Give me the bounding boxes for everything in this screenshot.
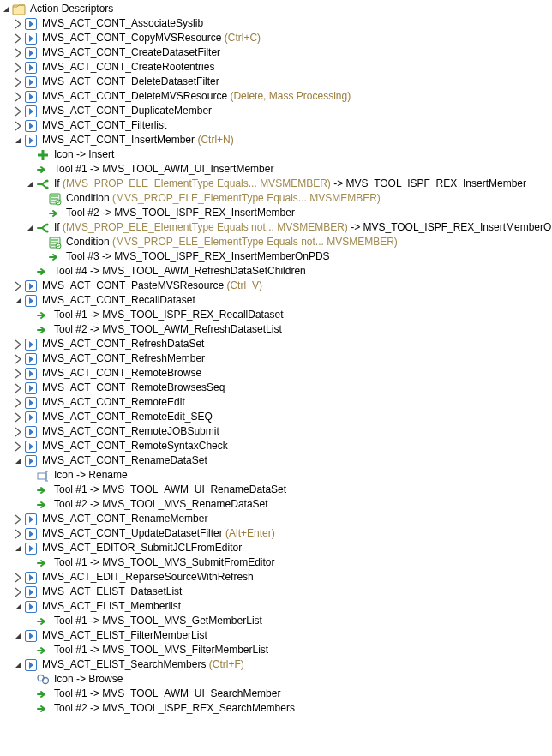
- expand-toggle[interactable]: [0, 3, 12, 15]
- expand-toggle[interactable]: [12, 339, 24, 351]
- tree-row[interactable]: MVS_ACT_CONT_RenameMember: [0, 512, 552, 526]
- tree-row[interactable]: MVS_ACT_ELIST_Memberlist: [0, 599, 552, 614]
- tree-row[interactable]: MVS_ACT_CONT_RemoteSyntaxCheck: [0, 439, 552, 453]
- expand-toggle[interactable]: [12, 47, 24, 59]
- tree-label: MVS_ACT_ELIST_Memberlist: [41, 599, 181, 614]
- tree-row[interactable]: MVS_ACT_EDIT_ReparseSourceWithRefresh: [0, 570, 552, 585]
- tree-row[interactable]: Tool #4 -> MVS_TOOL_AWM_RefreshDataSetCh…: [0, 264, 552, 279]
- tree-label: Tool #1 -> MVS_TOOL_AWM_UI_InsertMember: [53, 162, 273, 177]
- tree-row[interactable]: If (MVS_PROP_ELE_ElementType Equals not.…: [0, 220, 552, 235]
- tree-row[interactable]: MVS_ACT_CONT_RenameDataSet: [0, 453, 552, 468]
- action-icon: [24, 352, 38, 366]
- expand-toggle[interactable]: [12, 295, 24, 307]
- shortcut-hint: (Delete, Mass Processing): [230, 90, 351, 102]
- tree-row[interactable]: Icon -> Rename: [0, 468, 552, 483]
- expand-toggle[interactable]: [12, 397, 24, 409]
- tree-row[interactable]: Tool #2 -> MVS_TOOL_AWM_RefreshDatasetLi…: [0, 322, 552, 337]
- folder-icon: [12, 3, 26, 16]
- tree-row[interactable]: Tool #2 -> MVS_TOOL_MVS_RenameDataSet: [0, 497, 552, 512]
- tree-row[interactable]: MVS_ACT_CONT_PasteMVSResource (Ctrl+V): [0, 279, 552, 293]
- action-icon: [24, 440, 38, 453]
- expand-toggle[interactable]: [12, 280, 24, 292]
- expand-toggle[interactable]: [12, 382, 24, 394]
- tree-row[interactable]: MVS_ACT_CONT_Filterlist: [0, 118, 552, 133]
- tool-icon: [36, 265, 50, 279]
- tree-row[interactable]: Tool #2 -> MVS_TOOL_ISPF_REX_SearchMembe…: [0, 701, 552, 716]
- expand-toggle[interactable]: [12, 543, 24, 555]
- expand-toggle[interactable]: [12, 441, 24, 453]
- expand-toggle[interactable]: [12, 513, 24, 525]
- expand-toggle[interactable]: [12, 120, 24, 132]
- tree-row[interactable]: Tool #1 -> MVS_TOOL_MVS_FilterMemberList: [0, 643, 552, 657]
- tree-label: MVS_ACT_CONT_DeleteDatasetFilter: [41, 75, 219, 89]
- tree-row[interactable]: MVS_ACT_CONT_CreateRootentries: [0, 60, 552, 75]
- expand-toggle[interactable]: [12, 630, 24, 642]
- tree-row[interactable]: Tool #1 -> MVS_TOOL_AWM_UI_RenameDataSet: [0, 483, 552, 497]
- tree-label: Tool #2 -> MVS_TOOL_ISPF_REX_SearchMembe…: [53, 701, 295, 716]
- tree-row[interactable]: Condition (MVS_PROP_ELE_ElementType Equa…: [0, 235, 552, 249]
- expand-toggle[interactable]: [12, 33, 24, 45]
- action-icon: [24, 32, 38, 45]
- expand-toggle[interactable]: [12, 135, 24, 147]
- tree-row[interactable]: Action Descriptors: [0, 2, 552, 16]
- tree-row[interactable]: Tool #1 -> MVS_TOOL_ISPF_REX_RecallDatas…: [0, 308, 552, 322]
- expand-toggle[interactable]: [12, 18, 24, 30]
- tree-row[interactable]: Tool #1 -> MVS_TOOL_MVS_SubmitFromEditor: [0, 555, 552, 570]
- tree-row[interactable]: MVS_ACT_CONT_RemoteEdit_SEQ: [0, 410, 552, 424]
- action-icon: [24, 90, 38, 104]
- expand-toggle[interactable]: [12, 455, 24, 467]
- tree-row[interactable]: Icon -> Insert: [0, 147, 552, 162]
- tree-row[interactable]: MVS_ACT_CONT_CreateDatasetFilter: [0, 45, 552, 60]
- expand-toggle[interactable]: [12, 62, 24, 74]
- expand-toggle[interactable]: [12, 659, 24, 671]
- tree-row[interactable]: MVS_ACT_CONT_RemoteBrowse: [0, 366, 552, 381]
- tree-label: MVS_ACT_EDIT_ReparseSourceWithRefresh: [41, 570, 254, 585]
- tree-row[interactable]: MVS_ACT_CONT_UpdateDatasetFilter (Alt+En…: [0, 526, 552, 541]
- tree-row[interactable]: MVS_ACT_CONT_AssociateSyslib: [0, 16, 552, 31]
- expand-toggle[interactable]: [12, 105, 24, 117]
- action-icon: [24, 46, 38, 60]
- tree-row[interactable]: MVS_ACT_CONT_RemoteEdit: [0, 395, 552, 410]
- expand-toggle[interactable]: [12, 572, 24, 584]
- expand-toggle[interactable]: [24, 222, 36, 234]
- tree-row[interactable]: If (MVS_PROP_ELE_ElementType Equals... M…: [0, 177, 552, 191]
- tree-label: Tool #4 -> MVS_TOOL_AWM_RefreshDataSetCh…: [53, 264, 306, 279]
- tree-row[interactable]: MVS_ACT_EDITOR_SubmitJCLFromEditor: [0, 541, 552, 555]
- expand-toggle[interactable]: [12, 91, 24, 103]
- tree-row[interactable]: Tool #2 -> MVS_TOOL_ISPF_REX_InsertMembe…: [0, 206, 552, 220]
- tree-row[interactable]: Icon -> Browse: [0, 672, 552, 687]
- tree-label: Icon -> Rename: [53, 468, 128, 483]
- tree-row[interactable]: MVS_ACT_CONT_RefreshDataSet: [0, 337, 552, 351]
- expand-toggle[interactable]: [12, 528, 24, 540]
- tree-row[interactable]: Condition (MVS_PROP_ELE_ElementType Equa…: [0, 191, 552, 206]
- tree-label: MVS_ACT_CONT_RemoteEdit_SEQ: [41, 410, 213, 424]
- action-icon: [24, 279, 38, 293]
- expand-toggle[interactable]: [12, 411, 24, 423]
- tree-row[interactable]: MVS_ACT_CONT_DuplicateMember: [0, 104, 552, 118]
- expand-toggle[interactable]: [12, 368, 24, 380]
- tree-row[interactable]: MVS_ACT_ELIST_SearchMembers (Ctrl+F): [0, 657, 552, 672]
- expand-toggle[interactable]: [12, 426, 24, 438]
- tree-row[interactable]: MVS_ACT_CONT_RefreshMember: [0, 351, 552, 366]
- tree-row[interactable]: MVS_ACT_CONT_DeleteMVSResource (Delete, …: [0, 89, 552, 104]
- expand-toggle[interactable]: [12, 353, 24, 365]
- expand-toggle[interactable]: [12, 76, 24, 88]
- tree-row[interactable]: Tool #3 -> MVS_TOOL_ISPF_REX_InsertMembe…: [0, 249, 552, 264]
- tree-row[interactable]: MVS_ACT_ELIST_FilterMemberList: [0, 628, 552, 643]
- tree-row[interactable]: MVS_ACT_CONT_CopyMVSResource (Ctrl+C): [0, 31, 552, 45]
- tree-row[interactable]: MVS_ACT_CONT_RemoteJOBSubmit: [0, 424, 552, 439]
- tree-row[interactable]: MVS_ACT_CONT_RemoteBrowsesSeq: [0, 381, 552, 395]
- tree-row[interactable]: MVS_ACT_CONT_RecallDataset: [0, 293, 552, 308]
- action-icon: [24, 105, 38, 118]
- expand-toggle[interactable]: [12, 601, 24, 613]
- tree-label: MVS_ACT_CONT_RemoteJOBSubmit: [41, 424, 219, 439]
- tree-row[interactable]: Tool #1 -> MVS_TOOL_MVS_GetMemberList: [0, 614, 552, 628]
- tree-row[interactable]: MVS_ACT_CONT_DeleteDatasetFilter: [0, 75, 552, 89]
- tree-row[interactable]: Tool #1 -> MVS_TOOL_AWM_UI_InsertMember: [0, 162, 552, 177]
- expand-toggle[interactable]: [12, 586, 24, 598]
- tree-row[interactable]: Tool #1 -> MVS_TOOL_AWM_UI_SearchMember: [0, 687, 552, 701]
- tree-row[interactable]: MVS_ACT_ELIST_DatasetList: [0, 585, 552, 599]
- tree-label: Tool #1 -> MVS_TOOL_ISPF_REX_RecallDatas…: [53, 308, 284, 322]
- tree-row[interactable]: MVS_ACT_CONT_InsertMember (Ctrl+N): [0, 133, 552, 147]
- expand-toggle[interactable]: [24, 178, 36, 190]
